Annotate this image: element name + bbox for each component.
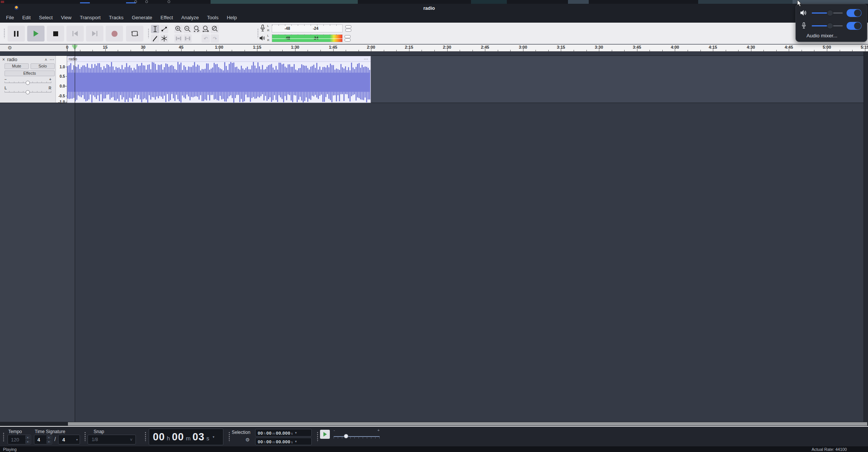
rec-meter-bar[interactable]: -48 -24	[272, 25, 343, 32]
timeline-ruler[interactable]: ⚙ 01530451:001:151:301:452:002:152:302:4…	[0, 45, 868, 52]
speed-toolbar-grip[interactable]	[316, 431, 319, 442]
output-volume-thumb[interactable]	[827, 10, 833, 16]
vertical-scrollbar[interactable]	[863, 52, 868, 422]
selection-settings-gear-icon[interactable]: ⚙	[245, 437, 250, 443]
zoom-toggle-button[interactable]	[211, 25, 219, 33]
menu-tracks[interactable]: Tracks	[105, 13, 128, 23]
solo-button[interactable]: Solo	[31, 63, 55, 69]
clip-header[interactable]: radio ⋯	[67, 56, 371, 62]
audio-mixer-link[interactable]: Audio mixer...	[806, 33, 837, 38]
transport-toolbar-grip[interactable]	[3, 28, 5, 38]
menu-view[interactable]: View	[57, 13, 76, 23]
zoom-selection-button[interactable]	[192, 25, 201, 33]
amplitude-ruler[interactable]: 1.00.50.0-0.5-1.0	[56, 56, 67, 103]
gain-slider-thumb[interactable]	[26, 81, 30, 85]
play-scale--48: -48	[285, 36, 290, 40]
audio-clip[interactable]: radio ⋯	[67, 56, 371, 103]
menu-generate[interactable]: Generate	[128, 13, 156, 23]
time-signature-spinner[interactable]: ▴▾	[46, 435, 51, 444]
skip-to-start-button[interactable]	[66, 26, 84, 42]
ruler-tick	[384, 50, 384, 51]
tools-toolbar-grip[interactable]	[147, 28, 149, 38]
ruler-tick	[422, 50, 422, 51]
tempo-spinner[interactable]: ▴▾	[25, 435, 30, 444]
redo-button[interactable]: ↷	[211, 34, 219, 43]
menu-select[interactable]: Select	[35, 13, 57, 23]
skip-to-end-button[interactable]	[86, 26, 103, 42]
selection-end-field[interactable]: 00h00m00.000s ▾	[255, 438, 312, 445]
play-button[interactable]	[27, 26, 45, 42]
stop-button[interactable]	[47, 26, 64, 42]
pause-button[interactable]	[8, 26, 25, 42]
snap-dropdown[interactable]: 1/8 ˅	[88, 435, 136, 444]
selection-end-dropdown-icon[interactable]: ▾	[295, 440, 297, 443]
play-meter-bar[interactable]: -48 -24	[272, 34, 343, 42]
track-panel-column-background	[0, 103, 75, 422]
menu-transport[interactable]: Transport	[75, 13, 105, 23]
menu-file[interactable]: File	[2, 13, 18, 23]
input-volume-slider[interactable]	[812, 25, 843, 26]
draw-tool-button[interactable]	[151, 34, 159, 43]
track-collapse-icon[interactable]: ˄	[45, 57, 47, 62]
output-volume-slider[interactable]	[812, 12, 843, 14]
zoom-out-icon	[183, 25, 192, 33]
selection-start-dropdown-icon[interactable]: ▾	[295, 431, 297, 435]
menu-edit[interactable]: Edit	[18, 13, 35, 23]
mute-button[interactable]: Mute	[5, 63, 29, 69]
time-signature-lower-field[interactable]: 4 ▾	[58, 435, 80, 444]
ruler-tick	[359, 50, 359, 51]
ruler-tick	[776, 50, 777, 51]
speed-slider-thumb[interactable]	[344, 434, 348, 438]
zoom-out-button[interactable]	[183, 25, 192, 33]
track-canvas[interactable]: × radio ˄ ⋯ Mute Solo Effects − + L R	[0, 52, 868, 422]
ruler-tick	[206, 50, 207, 51]
menu-analyze[interactable]: Analyze	[177, 13, 203, 23]
input-toggle[interactable]	[846, 22, 862, 30]
play-at-speed-button[interactable]	[320, 430, 330, 439]
audio-position-field[interactable]: 00h00m03s ▾	[149, 429, 223, 445]
ruler-label: 1:45	[329, 45, 337, 49]
horizontal-scrollbar-thumb[interactable]	[68, 422, 867, 426]
clip-menu-icon[interactable]: ⋯	[364, 57, 371, 61]
playback-meter[interactable]: LR -48 -24	[259, 34, 352, 43]
effects-button[interactable]: Effects	[5, 71, 55, 76]
time-signature-lower: 4	[62, 437, 65, 443]
track-close-icon[interactable]: ×	[2, 57, 5, 62]
recording-meter[interactable]: LR -48 -24	[259, 24, 352, 33]
menu-tools[interactable]: Tools	[203, 13, 223, 23]
record-button[interactable]	[106, 26, 123, 42]
selection-tool-button[interactable]	[151, 25, 159, 33]
menu-effect[interactable]: Effect	[156, 13, 177, 23]
gain-min-label: −	[5, 77, 7, 81]
pan-slider-thumb[interactable]	[26, 90, 30, 94]
menu-help[interactable]: Help	[223, 13, 241, 23]
zoom-fit-project-button[interactable]	[202, 25, 210, 33]
horizontal-scrollbar[interactable]	[0, 422, 868, 426]
time-toolbar-grip[interactable]	[144, 431, 146, 442]
selection-toolbar-grip[interactable]	[228, 431, 230, 442]
input-volume-thumb[interactable]	[827, 23, 833, 29]
envelope-tool-button[interactable]	[160, 25, 168, 33]
background-window-sliver	[0, 0, 868, 4]
trim-audio-button[interactable]	[174, 34, 183, 43]
snap-toolbar-grip[interactable]	[84, 431, 86, 442]
multi-tool-button[interactable]	[160, 34, 168, 43]
speed-slider-track[interactable]	[334, 436, 380, 437]
time-signature-dropdown-icon[interactable]: ▾	[76, 438, 78, 441]
track-name[interactable]: radio	[7, 57, 43, 62]
ruler-tick	[624, 50, 625, 51]
undo-button[interactable]: ↶	[202, 34, 210, 43]
time-signature-upper-field[interactable]: 4 ▴▾	[34, 435, 52, 444]
timeline-options-gear-icon[interactable]: ⚙	[8, 45, 12, 51]
ruler-label: 4:45	[785, 45, 793, 49]
tempo-field[interactable]: 120 ▴▾	[8, 435, 31, 444]
audio-position-dropdown-icon[interactable]: ▾	[212, 435, 214, 439]
zoom-in-icon	[174, 25, 183, 33]
track-menu-icon[interactable]: ⋯	[49, 57, 54, 62]
loop-button[interactable]	[126, 26, 143, 42]
zoom-in-button[interactable]	[174, 25, 183, 33]
output-toggle[interactable]	[846, 9, 862, 17]
silence-audio-button[interactable]	[183, 34, 192, 43]
selection-start-field[interactable]: 00h00m00.000s ▾	[255, 429, 312, 437]
clip-title: radio	[67, 57, 364, 61]
